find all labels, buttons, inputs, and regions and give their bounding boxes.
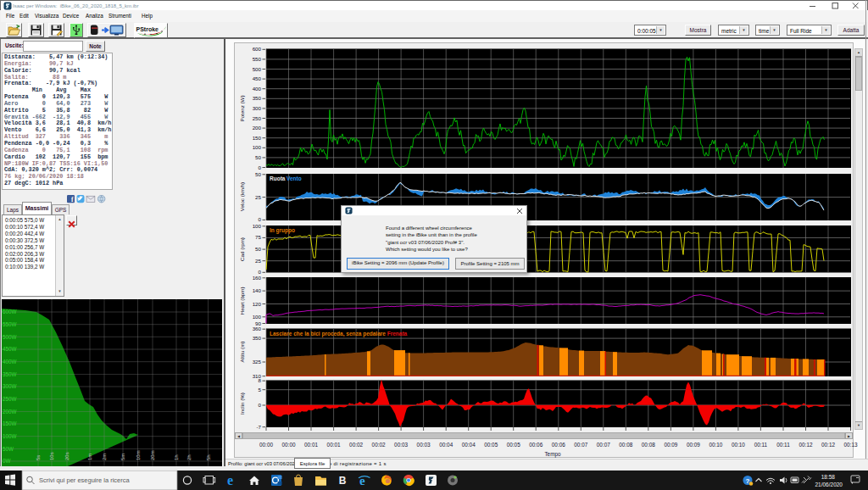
svg-text:0: 0	[259, 216, 262, 222]
svg-text:600: 600	[253, 46, 262, 52]
svg-text:00:10: 00:10	[732, 442, 745, 448]
svg-text:25: 25	[255, 258, 261, 264]
svg-text:21/06/2020: 21/06/2020	[815, 482, 843, 487]
svg-text:00:03: 00:03	[417, 442, 431, 448]
svg-text:00:12: 00:12	[821, 442, 835, 448]
svg-text:00:13: 00:13	[844, 442, 858, 448]
svg-text:00:03: 00:03	[394, 442, 408, 448]
svg-text:0: 0	[259, 164, 262, 170]
svg-text:00:11: 00:11	[776, 442, 790, 448]
svg-text:350: 350	[253, 95, 262, 101]
svg-text:00:01: 00:01	[304, 442, 318, 448]
svg-text:75: 75	[255, 234, 261, 240]
svg-text:100: 100	[253, 223, 262, 229]
svg-text:Altitu (m): Altitu (m)	[239, 342, 245, 363]
svg-text:In gruppo: In gruppo	[270, 227, 295, 234]
svg-text:100: 100	[253, 314, 262, 320]
svg-text:00:06: 00:06	[529, 442, 542, 448]
svg-text:160: 160	[253, 275, 262, 281]
svg-text:00:02: 00:02	[349, 442, 363, 448]
svg-text:00:05: 00:05	[507, 442, 520, 448]
svg-text:00:00: 00:00	[282, 442, 296, 448]
svg-text:B: B	[339, 475, 347, 487]
svg-text:140: 140	[253, 287, 262, 293]
svg-text:250: 250	[253, 115, 262, 121]
svg-text:Vento: Vento	[287, 175, 302, 181]
svg-text:00:11: 00:11	[754, 442, 768, 448]
svg-text:Scrivi qui per eseguire la ric: Scrivi qui per eseguire la ricerca	[39, 476, 131, 484]
svg-text:00:05: 00:05	[484, 442, 498, 448]
svg-text:00:10: 00:10	[709, 442, 722, 448]
svg-text:350: 350	[253, 335, 262, 341]
svg-text:100: 100	[253, 144, 262, 150]
svg-text:00:08: 00:08	[642, 442, 655, 448]
svg-text:00:07: 00:07	[597, 442, 610, 448]
svg-text:Tempo: Tempo	[544, 451, 561, 458]
svg-text:400: 400	[253, 86, 262, 92]
svg-text:00:02: 00:02	[372, 442, 386, 448]
svg-text:Potenz (W): Potenz (W)	[239, 96, 245, 122]
svg-text:-7: -7	[256, 424, 261, 430]
svg-text:00:12: 00:12	[799, 442, 813, 448]
svg-text:50: 50	[255, 171, 261, 177]
svg-text:50: 50	[255, 246, 261, 252]
svg-text:00:04: 00:04	[462, 442, 476, 448]
svg-text:25: 25	[255, 194, 261, 200]
svg-text:300: 300	[253, 105, 262, 111]
svg-text:360: 360	[253, 326, 262, 331]
svg-text:e: e	[227, 473, 233, 487]
svg-text:500: 500	[253, 66, 262, 72]
svg-text:150: 150	[253, 135, 262, 141]
svg-text:50: 50	[255, 154, 261, 160]
svg-text:550: 550	[253, 56, 262, 62]
svg-text:00:04: 00:04	[439, 442, 453, 448]
svg-text:18:58: 18:58	[821, 474, 836, 480]
svg-text:Heart (bpm): Heart (bpm)	[239, 287, 245, 315]
svg-text:5: 5	[259, 387, 262, 393]
svg-text:8: 8	[259, 377, 262, 383]
svg-text:Lasciare che la bici proceda,: Lasciare che la bici proceda, senza peda…	[270, 331, 408, 337]
svg-text:00:06: 00:06	[552, 442, 565, 448]
svg-text:Cad (rpm): Cad (rpm)	[239, 237, 245, 261]
svg-text:Veloc (km/h): Veloc (km/h)	[239, 182, 245, 211]
svg-text:Inclin (%): Inclin (%)	[239, 393, 245, 415]
svg-text:120: 120	[253, 301, 262, 307]
svg-text:00:08: 00:08	[619, 442, 632, 448]
svg-text:0: 0	[259, 402, 262, 408]
svg-text:00:01: 00:01	[327, 442, 341, 448]
svg-text:450: 450	[253, 75, 262, 81]
svg-text:00:09: 00:09	[687, 442, 700, 448]
svg-text:00:00: 00:00	[259, 442, 273, 448]
svg-text:200: 200	[253, 125, 262, 131]
svg-text:325: 325	[253, 359, 262, 365]
svg-text:00:07: 00:07	[574, 442, 587, 448]
svg-text:00:09: 00:09	[664, 442, 677, 448]
svg-text:Ruota: Ruota	[270, 175, 286, 181]
